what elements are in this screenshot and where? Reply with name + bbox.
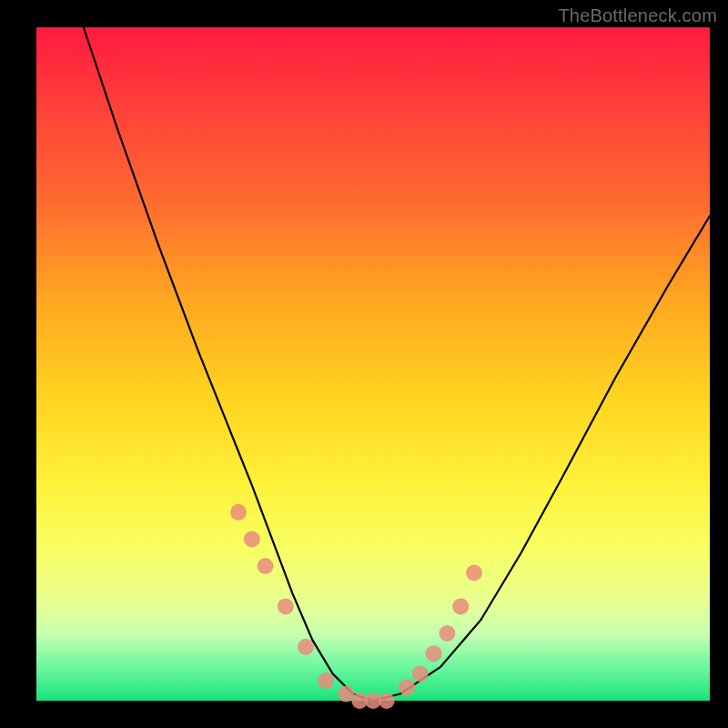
chart-frame: TheBottleneck.com: [0, 0, 728, 728]
curve-layer: [36, 27, 710, 701]
marker-dot: [379, 693, 395, 709]
bottleneck-curve: [84, 27, 710, 701]
marker-dot: [399, 679, 415, 695]
marker-dot: [230, 504, 247, 521]
marker-dot: [244, 531, 260, 547]
marker-dot: [439, 625, 455, 642]
watermark-text: TheBottleneck.com: [558, 5, 717, 26]
marker-group: [230, 504, 482, 709]
marker-dot: [412, 665, 429, 682]
marker-dot: [426, 645, 442, 662]
marker-dot: [258, 558, 274, 574]
plot-area: [36, 27, 710, 701]
marker-dot: [452, 598, 469, 614]
marker-dot: [278, 598, 294, 614]
marker-dot: [466, 564, 482, 581]
marker-dot: [298, 639, 314, 655]
marker-dot: [318, 672, 334, 689]
